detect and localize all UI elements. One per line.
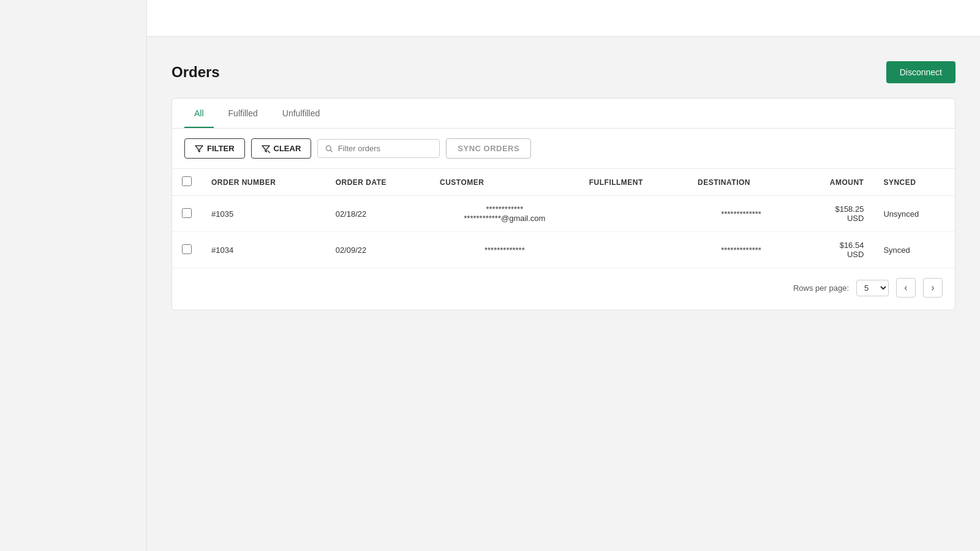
col-order-date: ORDER DATE [326,169,430,196]
row-checkbox-cell [172,232,202,268]
tab-all[interactable]: All [184,99,214,128]
search-box [317,139,440,158]
chevron-left-icon: ‹ [904,282,907,293]
row-1-checkbox[interactable] [182,244,192,254]
destination-cell: ************* [688,196,794,232]
customer-cell: ************************@gmail.com [430,196,579,232]
tabs-bar: All Fulfilled Unfulfilled [172,99,955,129]
col-synced: SYNCED [873,169,955,196]
disconnect-button[interactable]: Disconnect [886,61,956,83]
rows-per-page-label: Rows per page: [793,283,849,293]
top-bar [0,0,980,37]
order-number-cell: #1034 [202,232,326,268]
filter-icon [195,144,203,153]
orders-table: ORDER NUMBER ORDER DATE CUSTOMER FULFILL… [172,168,955,268]
fulfillment-cell [579,232,688,268]
order-date-cell: 02/18/22 [326,196,430,232]
col-customer: CUSTOMER [430,169,579,196]
col-destination: DESTINATION [688,169,794,196]
pagination-footer: Rows per page: 5 10 20 50 ‹ › [172,268,955,298]
main-content: Orders Disconnect All Fulfilled Unfulfil… [147,37,980,551]
synced-cell: Unsynced [873,196,955,232]
amount-cell: $16.54USD [794,232,873,268]
page-title: Orders [172,64,220,81]
table-row: #103502/18/22************************@gm… [172,196,955,232]
amount-cell: $158.25USD [794,196,873,232]
page-header: Orders Disconnect [172,61,956,83]
chevron-right-icon: › [931,282,934,293]
order-date-cell: 02/09/22 [326,232,430,268]
order-number-cell: #1035 [202,196,326,232]
next-page-button[interactable]: › [923,278,943,298]
rows-per-page-select[interactable]: 5 10 20 50 [856,280,889,296]
col-fulfillment: FULFILLMENT [579,169,688,196]
filter-button[interactable]: FILTER [184,138,245,159]
prev-page-button[interactable]: ‹ [896,278,916,298]
svg-point-1 [326,146,331,151]
select-all-header [172,169,202,196]
table-row: #103402/09/22**************************$… [172,232,955,268]
row-checkbox-cell [172,196,202,232]
toolbar: FILTER CLEAR SYNC ORDERS [172,129,955,168]
col-order-number: ORDER NUMBER [202,169,326,196]
destination-cell: ************* [688,232,794,268]
orders-card: All Fulfilled Unfulfilled FILTER CLEAR [172,98,956,310]
row-0-checkbox[interactable] [182,208,192,218]
svg-line-0 [268,151,270,153]
clear-button[interactable]: CLEAR [251,138,312,159]
customer-cell: ************* [430,232,579,268]
tab-unfulfilled[interactable]: Unfulfilled [273,99,330,128]
search-icon [325,144,333,153]
table-header-row: ORDER NUMBER ORDER DATE CUSTOMER FULFILL… [172,169,955,196]
synced-cell: Synced [873,232,955,268]
sync-orders-button[interactable]: SYNC ORDERS [446,138,531,159]
fulfillment-cell [579,196,688,232]
svg-line-2 [331,150,333,152]
col-amount: AMOUNT [794,169,873,196]
search-input[interactable] [338,144,432,153]
clear-filter-icon [262,144,270,153]
select-all-checkbox[interactable] [182,176,192,186]
tab-fulfilled[interactable]: Fulfilled [219,99,268,128]
sidebar [0,0,147,551]
